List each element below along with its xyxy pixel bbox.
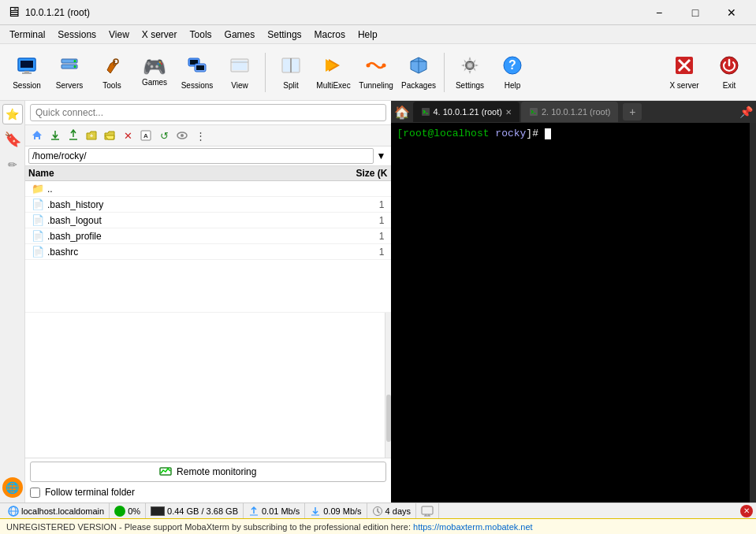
status-download-icon	[310, 506, 321, 517]
file-row-bash-logout[interactable]: 📄 .bash_logout 1	[25, 213, 391, 228]
tab-inactive[interactable]: 2. 10.0.1.21 (root)	[521, 102, 618, 122]
maximize-button[interactable]: □	[677, 0, 713, 25]
unregistered-bar: UNREGISTERED VERSION - Please support Mo…	[0, 518, 756, 534]
sidebar-bookmark-icon[interactable]: 🔖	[2, 129, 23, 150]
add-tab-button[interactable]: +	[623, 103, 642, 121]
file-row-parent[interactable]: 📁 ..	[25, 181, 391, 197]
terminal-scrollbar[interactable]	[750, 123, 756, 502]
menu-view[interactable]: View	[102, 28, 136, 42]
status-cpu-label: 0%	[128, 506, 140, 516]
menu-bar: Terminal Sessions View X server Tools Ga…	[0, 25, 756, 44]
sidebar-star-icon[interactable]: ⭐	[2, 104, 23, 124]
tunneling-button[interactable]: Tunneling	[356, 47, 397, 98]
help-label: Help	[505, 81, 521, 90]
menu-games[interactable]: Games	[218, 28, 262, 42]
file-name-bash-logout: .bash_logout	[47, 215, 337, 226]
home-tab-icon[interactable]: 🏠	[394, 105, 410, 120]
app-icon: 🖥	[6, 4, 20, 20]
split-button[interactable]: Split	[270, 47, 311, 98]
packages-button[interactable]: Packages	[398, 47, 439, 98]
terminal-content[interactable]: [root@localhost rocky ]#	[391, 123, 750, 502]
file-list: Name Size (K 📁 .. 📄 .bash_history 1 📄 .b…	[25, 166, 391, 312]
help-button[interactable]: ? Help	[492, 47, 533, 98]
status-screen-icon	[421, 506, 434, 517]
servers-label: Servers	[56, 81, 83, 90]
follow-folder-label[interactable]: Follow terminal folder	[45, 487, 135, 498]
xserver-button[interactable]: X server	[661, 47, 707, 98]
remote-monitoring-button[interactable]: Remote monitoring	[30, 462, 386, 482]
status-red-close[interactable]: ✕	[740, 505, 753, 517]
terminal-area: 🏠 4. 10.0.1.21 (root) ✕ 2. 10.0.1.21 (ro…	[391, 101, 757, 502]
term-bracket: ]#	[526, 128, 544, 139]
fb-open-btn[interactable]	[101, 127, 118, 144]
follow-folder-section: Follow terminal folder	[30, 485, 386, 499]
tab-active[interactable]: 4. 10.0.1.21 (root) ✕	[413, 102, 520, 122]
status-net-up: 0.01 Mb/s	[244, 503, 305, 518]
file-toolbar: + ✕ A ↺ ⋮	[25, 125, 391, 146]
fb-delete-btn[interactable]: ✕	[119, 127, 136, 144]
menu-terminal[interactable]: Terminal	[3, 28, 51, 42]
status-close-btn-area: ✕	[740, 505, 753, 517]
menu-macros[interactable]: Macros	[308, 28, 352, 42]
path-input[interactable]	[28, 148, 374, 164]
fb-home-btn[interactable]	[28, 127, 46, 144]
fb-download-btn[interactable]	[47, 127, 64, 144]
unregistered-text: UNREGISTERED VERSION - Please support Mo…	[6, 522, 411, 532]
multiexec-button[interactable]: MultiExec	[313, 47, 354, 98]
minimize-button[interactable]: −	[641, 0, 677, 25]
fb-upload-btn[interactable]	[65, 127, 82, 144]
games-icon: 🎮	[143, 57, 166, 76]
left-bottom: Remote monitoring Follow terminal folder	[25, 458, 391, 502]
status-host-label: localhost.localdomain	[21, 506, 104, 516]
exit-button[interactable]: Exit	[709, 47, 750, 98]
status-ram: 0.44 GB / 3.68 GB	[146, 503, 244, 518]
tools-button[interactable]: Tools	[91, 47, 132, 98]
path-dropdown-icon[interactable]: ▼	[375, 150, 388, 161]
servers-button[interactable]: Servers	[49, 47, 90, 98]
session-label: Session	[13, 81, 41, 90]
file-row-bashrc[interactable]: 📄 .bashrc 1	[25, 244, 391, 260]
view-button[interactable]: View	[219, 47, 260, 98]
quick-connect-section	[25, 101, 391, 125]
remote-monitoring-label: Remote monitoring	[177, 466, 256, 477]
file-row-bash-profile[interactable]: 📄 .bash_profile 1	[25, 228, 391, 244]
menu-tools[interactable]: Tools	[184, 28, 218, 42]
mobatek-link[interactable]: https://mobaxterm.mobatek.net	[413, 522, 533, 532]
title-bar: 🖥 10.0.1.21 (root) − □ ✕	[0, 0, 756, 25]
session-button[interactable]: Session	[6, 47, 47, 98]
fb-rename-btn[interactable]: A	[137, 127, 155, 144]
fb-filter-btn[interactable]: ⋮	[192, 127, 209, 144]
settings-icon	[459, 54, 481, 80]
settings-button[interactable]: Settings	[449, 47, 490, 98]
terminal-body: [root@localhost rocky ]#	[391, 123, 757, 502]
file-size-bash-profile: 1	[337, 231, 385, 242]
follow-folder-checkbox[interactable]	[30, 488, 40, 498]
fb-new-folder-btn[interactable]: +	[83, 127, 100, 144]
games-button[interactable]: 🎮 Games	[134, 47, 175, 98]
menu-xserver[interactable]: X server	[136, 28, 184, 42]
status-ram-box	[151, 506, 165, 516]
term-space	[490, 128, 496, 139]
sessions-button[interactable]: Sessions	[177, 47, 218, 98]
status-cpu: 0%	[110, 503, 146, 518]
tab-active-close[interactable]: ✕	[505, 108, 512, 117]
svg-rect-12	[196, 65, 204, 70]
close-button[interactable]: ✕	[713, 0, 750, 25]
file-row-bash-history[interactable]: 📄 .bash_history 1	[25, 197, 391, 213]
sidebar-orange-badge[interactable]: 🌐	[2, 477, 23, 498]
file-scrollbar[interactable]	[385, 313, 391, 458]
quick-connect-input[interactable]	[30, 104, 386, 121]
menu-settings[interactable]: Settings	[261, 28, 307, 42]
file-scroll-thumb[interactable]	[386, 395, 391, 442]
toolbar: Session Servers Tools 🎮 Games Sessions V…	[0, 44, 756, 101]
fb-refresh-btn[interactable]: ↺	[155, 127, 173, 144]
sidebar-pencil-icon[interactable]: ✏	[2, 154, 23, 175]
exit-icon	[718, 54, 740, 80]
menu-sessions[interactable]: Sessions	[51, 28, 102, 42]
path-bar: ▼	[25, 146, 391, 166]
menu-help[interactable]: Help	[352, 28, 384, 42]
tab-pin-icon[interactable]: 📌	[739, 106, 753, 118]
games-label: Games	[142, 78, 167, 87]
toolbar-spacer-2	[444, 53, 445, 92]
fb-hidden-btn[interactable]	[173, 127, 191, 144]
